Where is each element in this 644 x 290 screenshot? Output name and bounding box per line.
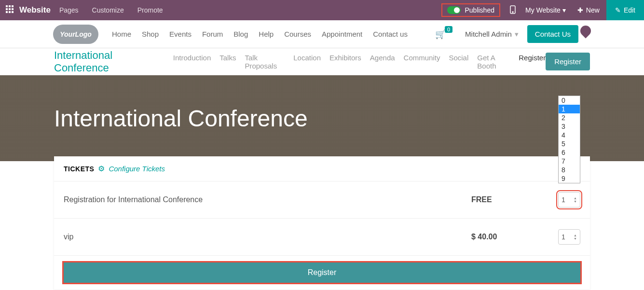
link-community[interactable]: Community bbox=[404, 54, 440, 70]
subnav-links: Introduction Talks Talk Proposals Locati… bbox=[173, 54, 546, 70]
link-agenda[interactable]: Agenda bbox=[370, 54, 395, 70]
subnav-title[interactable]: International Conference bbox=[54, 49, 166, 74]
gear-icon[interactable]: ⚙ bbox=[98, 164, 105, 173]
link-introduction[interactable]: Introduction bbox=[173, 54, 211, 70]
tickets-title: TICKETS bbox=[64, 165, 94, 173]
svg-rect-6 bbox=[6, 11, 8, 13]
ticket-row: Registration for International Conferenc… bbox=[54, 181, 590, 219]
link-exhibitors[interactable]: Exhibitors bbox=[329, 54, 361, 70]
option-8[interactable]: 8 bbox=[559, 166, 580, 174]
published-label: Published bbox=[465, 6, 494, 14]
nav-blog[interactable]: Blog bbox=[233, 30, 248, 38]
logo-text: YourLogo bbox=[60, 30, 92, 38]
caret-down-icon: ▾ bbox=[562, 6, 566, 14]
top-tabs: Pages Customize Promote bbox=[59, 6, 163, 14]
nav-events[interactable]: Events bbox=[169, 30, 192, 38]
new-button[interactable]: ✚ New bbox=[571, 6, 606, 14]
svg-rect-4 bbox=[9, 8, 11, 10]
quantity-value: 1 bbox=[562, 233, 565, 241]
nav-forum[interactable]: Forum bbox=[202, 30, 223, 38]
topbar: Website Pages Customize Promote Publishe… bbox=[0, 0, 644, 20]
quantity-stepper[interactable]: 1 ▲▼ bbox=[558, 229, 580, 245]
published-toggle[interactable]: Published bbox=[441, 3, 500, 17]
nav-help[interactable]: Help bbox=[259, 30, 274, 38]
register-button-top[interactable]: Register bbox=[546, 53, 590, 70]
subnav: International Conference Introduction Ta… bbox=[0, 48, 644, 75]
tickets-header: TICKETS ⚙ Configure Tickets bbox=[54, 156, 590, 181]
link-talk-proposals[interactable]: Talk Proposals bbox=[245, 54, 285, 70]
link-get-booth[interactable]: Get A Booth bbox=[477, 54, 510, 70]
option-5[interactable]: 5 bbox=[559, 139, 580, 148]
link-register[interactable]: Register bbox=[519, 54, 546, 70]
nav-courses[interactable]: Courses bbox=[284, 30, 311, 38]
quantity-dropdown[interactable]: 0 1 2 3 4 5 6 7 8 9 bbox=[558, 96, 580, 183]
edit-button[interactable]: ✎ Edit bbox=[606, 0, 644, 20]
ticket-price: FREE bbox=[471, 195, 558, 204]
option-1[interactable]: 1 bbox=[559, 105, 580, 113]
svg-rect-8 bbox=[12, 11, 14, 13]
apps-icon[interactable] bbox=[0, 5, 19, 15]
tab-customize[interactable]: Customize bbox=[92, 6, 124, 14]
quantity-value: 1 bbox=[562, 196, 565, 204]
plus-icon: ✚ bbox=[577, 6, 583, 14]
spinner-arrows-icon[interactable]: ▲▼ bbox=[574, 196, 577, 203]
configure-link[interactable]: Configure Tickets bbox=[109, 165, 165, 173]
pencil-icon: ✎ bbox=[615, 6, 621, 14]
hero: International Conference bbox=[0, 75, 644, 161]
option-7[interactable]: 7 bbox=[559, 157, 580, 166]
navbar: YourLogo Home Shop Events Forum Blog Hel… bbox=[0, 20, 644, 48]
option-0[interactable]: 0 bbox=[559, 96, 580, 105]
my-website-dropdown[interactable]: My Website ▾ bbox=[521, 6, 571, 14]
drop-icon bbox=[578, 23, 593, 38]
tickets-footer: Register bbox=[54, 256, 590, 290]
mobile-icon[interactable] bbox=[510, 5, 516, 15]
user-menu[interactable]: Mitchell Admin ▾ bbox=[465, 30, 519, 39]
toggle-switch-icon[interactable] bbox=[447, 6, 461, 14]
nav-appointment[interactable]: Appointment bbox=[322, 30, 362, 38]
ticket-name: vip bbox=[64, 233, 471, 241]
ticket-row: vip $ 40.00 1 ▲▼ bbox=[54, 219, 590, 256]
link-social[interactable]: Social bbox=[449, 54, 468, 70]
tab-promote[interactable]: Promote bbox=[137, 6, 163, 14]
tickets-card: TICKETS ⚙ Configure Tickets Registration… bbox=[54, 156, 590, 290]
user-label: Mitchell Admin bbox=[465, 30, 512, 38]
nav-menu: Home Shop Events Forum Blog Help Courses… bbox=[112, 30, 408, 38]
ticket-price: $ 40.00 bbox=[471, 233, 558, 241]
svg-rect-0 bbox=[6, 5, 8, 7]
register-button-main[interactable]: Register bbox=[64, 262, 580, 283]
contact-us-button[interactable]: Contact Us bbox=[527, 25, 578, 43]
hero-title: International Conference bbox=[54, 105, 308, 132]
link-talks[interactable]: Talks bbox=[219, 54, 236, 70]
spinner-arrows-icon[interactable]: ▲▼ bbox=[574, 234, 577, 240]
new-label: New bbox=[586, 6, 600, 14]
tab-pages[interactable]: Pages bbox=[59, 6, 79, 14]
logo[interactable]: YourLogo bbox=[53, 25, 98, 44]
option-3[interactable]: 3 bbox=[559, 122, 580, 131]
svg-rect-7 bbox=[9, 11, 11, 13]
svg-rect-5 bbox=[12, 8, 14, 10]
nav-contact[interactable]: Contact us bbox=[373, 30, 408, 38]
cart-icon[interactable]: 🛒0 bbox=[435, 29, 446, 40]
svg-rect-2 bbox=[12, 5, 14, 7]
svg-rect-3 bbox=[6, 8, 8, 10]
svg-rect-1 bbox=[9, 5, 11, 7]
my-website-label: My Website bbox=[525, 6, 561, 14]
cart-badge: 0 bbox=[445, 26, 452, 33]
quantity-stepper[interactable]: 1 ▲▼ bbox=[558, 192, 580, 207]
svg-point-10 bbox=[512, 12, 513, 13]
option-4[interactable]: 4 bbox=[559, 131, 580, 139]
ticket-name: Registration for International Conferenc… bbox=[64, 195, 471, 204]
nav-home[interactable]: Home bbox=[112, 30, 131, 38]
brand[interactable]: Website bbox=[19, 5, 59, 15]
edit-label: Edit bbox=[624, 6, 635, 14]
option-2[interactable]: 2 bbox=[559, 113, 580, 122]
option-6[interactable]: 6 bbox=[559, 148, 580, 157]
option-9[interactable]: 9 bbox=[559, 174, 580, 183]
link-location[interactable]: Location bbox=[293, 54, 321, 70]
caret-down-icon: ▾ bbox=[515, 30, 519, 39]
nav-shop[interactable]: Shop bbox=[142, 30, 159, 38]
